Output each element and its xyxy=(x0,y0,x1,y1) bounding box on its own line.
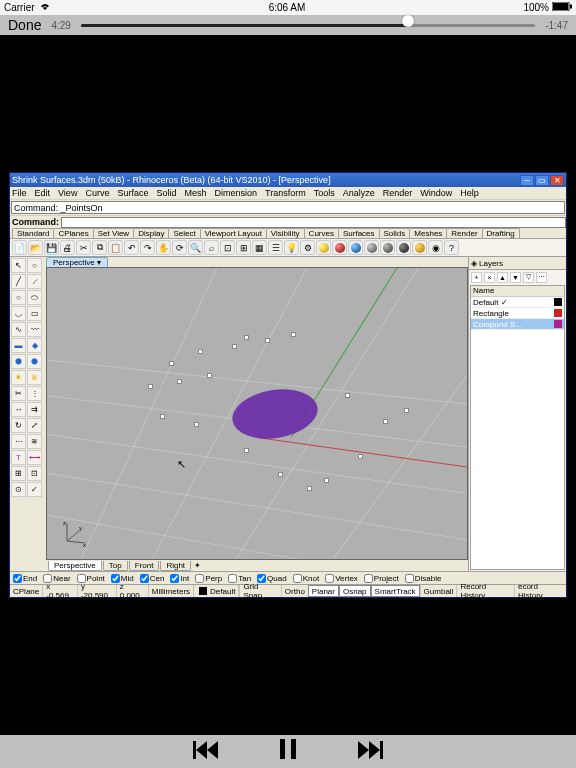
close-button[interactable]: ✕ xyxy=(550,175,564,186)
tool-render-icon[interactable]: ⊡ xyxy=(27,466,42,481)
perspective-viewport[interactable]: z x y ↖ xyxy=(46,267,468,560)
toolbar-shade-red-icon[interactable] xyxy=(332,240,347,255)
toolbar-4view-icon[interactable]: ⊞ xyxy=(236,240,251,255)
tool-trim-icon[interactable]: ✂ xyxy=(11,386,26,401)
menu-surface[interactable]: Surface xyxy=(117,188,148,198)
layers-column-name[interactable]: Name xyxy=(471,286,564,297)
control-point[interactable] xyxy=(265,338,270,343)
tool-check-icon[interactable]: ✓ xyxy=(27,482,42,497)
sb-ortho[interactable]: Ortho xyxy=(281,585,308,597)
sb-osnap[interactable]: Osnap xyxy=(339,585,371,597)
scrubber-knob[interactable] xyxy=(402,15,414,27)
toolbar-options-icon[interactable]: ⚙ xyxy=(300,240,315,255)
command-input[interactable] xyxy=(61,217,566,228)
layer-filter-icon[interactable]: ▽ xyxy=(523,272,534,283)
tool-circle-icon[interactable]: ○ xyxy=(11,290,26,305)
osnap-knot[interactable]: Knot xyxy=(293,574,319,583)
tool-tab-render[interactable]: Render xyxy=(446,228,482,238)
tool-move-icon[interactable]: ↔ xyxy=(11,402,26,417)
toolbar-shade-gold-icon[interactable] xyxy=(412,240,427,255)
toolbar-cplane-icon[interactable]: ▦ xyxy=(252,240,267,255)
toolbar-help-icon[interactable]: ? xyxy=(444,240,459,255)
menu-curve[interactable]: Curve xyxy=(85,188,109,198)
control-point[interactable] xyxy=(291,332,296,337)
menu-analyze[interactable]: Analyze xyxy=(343,188,375,198)
tool-tab-setview[interactable]: Set View xyxy=(93,228,134,238)
maximize-button[interactable]: ▭ xyxy=(535,175,549,186)
done-button[interactable]: Done xyxy=(8,17,41,33)
osnap-end[interactable]: End xyxy=(13,574,37,583)
sb-planar[interactable]: Planar xyxy=(308,585,339,597)
osnap-int[interactable]: Int xyxy=(170,574,189,583)
layer-swatch[interactable] xyxy=(554,320,562,328)
layer-opts-icon[interactable]: ⋯ xyxy=(536,272,547,283)
video-scrubber[interactable] xyxy=(81,24,535,27)
toolbar-save-icon[interactable]: 💾 xyxy=(44,240,59,255)
vp-tab-front[interactable]: Front xyxy=(129,561,160,571)
menu-help[interactable]: Help xyxy=(460,188,479,198)
control-point[interactable] xyxy=(345,393,350,398)
menu-view[interactable]: View xyxy=(58,188,77,198)
minimize-button[interactable]: ─ xyxy=(520,175,534,186)
toolbar-new-icon[interactable]: 📄 xyxy=(12,240,27,255)
toolbar-zoom-extents-icon[interactable]: ⌕ xyxy=(204,240,219,255)
tool-pointon-icon[interactable]: ⋮ xyxy=(27,386,42,401)
tool-surface-icon[interactable]: ▬ xyxy=(11,338,26,353)
control-point[interactable] xyxy=(383,419,388,424)
sb-gumball[interactable]: Gumball xyxy=(420,585,457,597)
control-point[interactable] xyxy=(244,335,249,340)
menu-solid[interactable]: Solid xyxy=(156,188,176,198)
toolbar-properties-icon[interactable]: ◉ xyxy=(428,240,443,255)
toolbar-open-icon[interactable]: 📂 xyxy=(28,240,43,255)
menu-window[interactable]: Window xyxy=(420,188,452,198)
toolbar-render-icon[interactable] xyxy=(316,240,331,255)
tool-rect-icon[interactable]: ▭ xyxy=(27,306,42,321)
vp-tab-top[interactable]: Top xyxy=(103,561,128,571)
control-point[interactable] xyxy=(169,361,174,366)
layer-new-icon[interactable]: + xyxy=(471,272,482,283)
tool-text-icon[interactable]: T xyxy=(11,450,26,465)
osnap-disable[interactable]: Disable xyxy=(405,574,442,583)
tool-copy-icon[interactable]: ⇉ xyxy=(27,402,42,417)
tool-pointer-icon[interactable]: ↖ xyxy=(11,258,26,273)
sb-smarttrack[interactable]: SmartTrack xyxy=(371,585,420,597)
toolbar-undo-icon[interactable]: ↶ xyxy=(124,240,139,255)
toolbar-shade-gray-icon[interactable] xyxy=(364,240,379,255)
toolbar-cut-icon[interactable]: ✂ xyxy=(76,240,91,255)
sb-recordhistory2[interactable]: ecord History xyxy=(514,585,566,597)
osnap-project[interactable]: Project xyxy=(364,574,399,583)
osnap-vertex[interactable]: Vertex xyxy=(325,574,358,583)
tool-ellipse-icon[interactable]: ⬭ xyxy=(27,290,42,305)
next-track-button[interactable] xyxy=(357,739,383,765)
control-point[interactable] xyxy=(278,472,283,477)
tool-tab-curves[interactable]: Curves xyxy=(304,228,339,238)
sb-gridsnap[interactable]: Grid Snap xyxy=(239,585,280,597)
tool-dim-icon[interactable]: ⟷ xyxy=(27,450,42,465)
tool-tab-cplanes[interactable]: CPlanes xyxy=(53,228,93,238)
tool-array-icon[interactable]: ⋯ xyxy=(11,434,26,449)
pause-button[interactable] xyxy=(279,739,297,765)
tool-arc-icon[interactable]: ◡ xyxy=(11,306,26,321)
toolbar-rotate-icon[interactable]: ⟳ xyxy=(172,240,187,255)
tool-tab-display[interactable]: Display xyxy=(133,228,169,238)
vp-tab-right[interactable]: Right xyxy=(160,561,191,571)
tool-tab-meshes[interactable]: Meshes xyxy=(409,228,447,238)
toolbar-layer-icon[interactable]: ☰ xyxy=(268,240,283,255)
sb-recordhistory[interactable]: Record History xyxy=(456,585,514,597)
sb-layer[interactable]: Default xyxy=(194,585,239,597)
tool-rotate2-icon[interactable]: ↻ xyxy=(11,418,26,433)
tool-tab-viewportlayout[interactable]: Viewport Layout xyxy=(200,228,267,238)
tool-curve-icon[interactable]: ∿ xyxy=(11,322,26,337)
tool-polyline-icon[interactable]: ⟋ xyxy=(27,274,42,289)
toolbar-print-icon[interactable]: 🖨 xyxy=(60,240,75,255)
control-point[interactable] xyxy=(404,408,409,413)
menu-transform[interactable]: Transform xyxy=(265,188,306,198)
toolbar-redo-icon[interactable]: ↷ xyxy=(140,240,155,255)
control-point[interactable] xyxy=(198,349,203,354)
tool-tab-visibility[interactable]: Visibility xyxy=(266,228,305,238)
control-point[interactable] xyxy=(307,486,312,491)
tool-explode-icon[interactable]: ✷ xyxy=(11,370,26,385)
control-point[interactable] xyxy=(177,379,182,384)
surface-object[interactable] xyxy=(229,384,321,445)
control-point[interactable] xyxy=(160,414,165,419)
